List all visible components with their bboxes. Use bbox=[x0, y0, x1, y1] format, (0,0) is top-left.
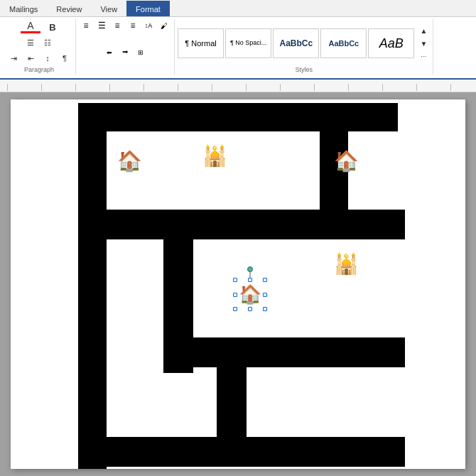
handle-bot-right[interactable] bbox=[263, 307, 267, 311]
handle-bot-left[interactable] bbox=[233, 307, 237, 311]
house-icon-selected[interactable]: 🏠 bbox=[236, 281, 264, 308]
mosque-icon-2[interactable]: 🕌 bbox=[334, 252, 359, 276]
tab-mailings[interactable]: Mailings bbox=[0, 1, 47, 16]
bold-icon: B bbox=[49, 22, 55, 33]
styles-label: Styles bbox=[178, 66, 430, 73]
style-no-spacing[interactable]: ¶ No Spaci... bbox=[225, 28, 271, 58]
indent-icon2: ⇤ bbox=[28, 55, 34, 63]
align-right-btn[interactable]: ≡ bbox=[110, 19, 124, 32]
styles-down-btn[interactable]: ▼ bbox=[417, 37, 430, 50]
document-area: 🏠 🕌 🏠 🕌 bbox=[0, 92, 476, 476]
list-btn1[interactable]: ☰ bbox=[23, 35, 38, 50]
shading-btn[interactable]: 🖌 bbox=[157, 19, 171, 32]
align-center-btn[interactable]: ☰ bbox=[94, 19, 109, 32]
styles-row: ¶ Normal ¶ No Spaci... AaBbCc AaBbCc AaB… bbox=[178, 21, 430, 66]
list-icon2: ☷ bbox=[44, 39, 51, 47]
handle-top-left[interactable] bbox=[233, 278, 237, 282]
style-heading1[interactable]: AaBbCc bbox=[273, 28, 319, 58]
page: 🏠 🕌 🏠 🕌 bbox=[11, 99, 465, 469]
ruler-line bbox=[7, 84, 469, 91]
indent-btn1[interactable]: ⇥ bbox=[6, 50, 21, 66]
mosque-icon-1[interactable]: 🕌 bbox=[202, 144, 227, 168]
ruler-content bbox=[7, 81, 469, 91]
ribbon-tabs: Mailings Review View Format bbox=[0, 0, 476, 17]
road-top-horizontal bbox=[78, 103, 398, 131]
tab-format[interactable]: Format bbox=[126, 1, 170, 16]
ruler bbox=[0, 80, 476, 92]
align-left-btn[interactable]: ≡ bbox=[79, 19, 93, 32]
rotate-handle[interactable] bbox=[247, 266, 253, 272]
handle-top-right[interactable] bbox=[263, 278, 267, 282]
house-icon-2[interactable]: 🏠 bbox=[334, 149, 359, 173]
road-mid-horizontal bbox=[78, 210, 405, 239]
group-font: A B ☰ ☷ ⇥ ⇤ ↕ ¶ bbox=[3, 19, 76, 75]
styles-up-btn[interactable]: ▲ bbox=[417, 24, 430, 37]
line-spacing-btn[interactable]: ↕A bbox=[141, 19, 156, 32]
bold-btn[interactable]: B bbox=[45, 19, 60, 35]
handle-mid-right[interactable] bbox=[263, 293, 267, 297]
indent-right-btn[interactable]: ⮕ bbox=[118, 46, 132, 59]
sort-btn[interactable]: ↕ bbox=[40, 50, 55, 66]
house-icon-1[interactable]: 🏠 bbox=[117, 149, 142, 173]
style-heading2[interactable]: AaBbCc bbox=[320, 28, 367, 58]
indent-icon1: ⇥ bbox=[11, 55, 17, 63]
font-row3: ⇥ ⇤ ↕ ¶ bbox=[6, 50, 72, 66]
map-container: 🏠 🕌 🏠 🕌 bbox=[78, 103, 405, 465]
group-align: ≡ ☰ ≡ ≡ ↕A 🖌 ⬅ ⮕ ⊞ bbox=[76, 19, 175, 75]
road-bottom-horizontal bbox=[163, 337, 405, 367]
style-heading1-label: AaBbCc bbox=[280, 38, 313, 48]
sort-icon: ↕ bbox=[45, 55, 50, 63]
styles-nav: ▲ ▼ ⋯ bbox=[417, 24, 430, 63]
indent-left-btn[interactable]: ⬅ bbox=[102, 46, 117, 59]
handle-top-mid[interactable] bbox=[248, 278, 252, 282]
font-row2: ☰ ☷ bbox=[23, 35, 55, 50]
indent-btn2[interactable]: ⇤ bbox=[23, 50, 38, 66]
style-normal[interactable]: ¶ Normal bbox=[178, 28, 224, 58]
style-title[interactable]: AaB bbox=[368, 28, 414, 58]
selected-icon-wrapper: 🏠 bbox=[236, 281, 264, 308]
road-left-lower bbox=[78, 210, 107, 469]
border-btn[interactable]: ⊞ bbox=[134, 46, 148, 59]
style-title-label: AaB bbox=[379, 36, 404, 51]
font-highlight bbox=[21, 31, 40, 33]
selected-house-symbol: 🏠 bbox=[239, 283, 261, 305]
road-bottom-bar bbox=[78, 437, 405, 467]
style-no-spacing-label: ¶ No Spaci... bbox=[230, 40, 266, 47]
font-icon: A bbox=[27, 21, 33, 31]
list-btn2[interactable]: ☷ bbox=[40, 35, 55, 50]
list-icon1: ☰ bbox=[27, 39, 34, 47]
style-heading2-label: AaBbCc bbox=[328, 39, 359, 48]
pilcrow-btn[interactable]: ¶ bbox=[57, 50, 72, 66]
styles-section: ¶ Normal ¶ No Spaci... AaBbCc AaBbCc AaB… bbox=[175, 19, 433, 75]
handle-bot-mid[interactable] bbox=[248, 307, 252, 311]
style-normal-label: ¶ Normal bbox=[185, 39, 216, 48]
ribbon-body: A B ☰ ☷ ⇥ ⇤ ↕ ¶ bbox=[0, 17, 476, 80]
paragraph-label: Paragraph bbox=[24, 66, 54, 75]
handle-mid-left[interactable] bbox=[233, 293, 237, 297]
align-justify-btn[interactable]: ≡ bbox=[126, 19, 140, 32]
font-row1: A B bbox=[18, 19, 60, 35]
align-row1: ≡ ☰ ≡ ≡ ↕A 🖌 bbox=[79, 19, 171, 32]
styles-more-btn[interactable]: ⋯ bbox=[417, 50, 430, 63]
tab-review[interactable]: Review bbox=[47, 1, 91, 16]
align-row2: ⬅ ⮕ ⊞ bbox=[102, 46, 148, 59]
tab-view[interactable]: View bbox=[91, 1, 126, 16]
font-style-btn[interactable]: A bbox=[18, 19, 43, 35]
pilcrow-icon: ¶ bbox=[63, 55, 67, 63]
